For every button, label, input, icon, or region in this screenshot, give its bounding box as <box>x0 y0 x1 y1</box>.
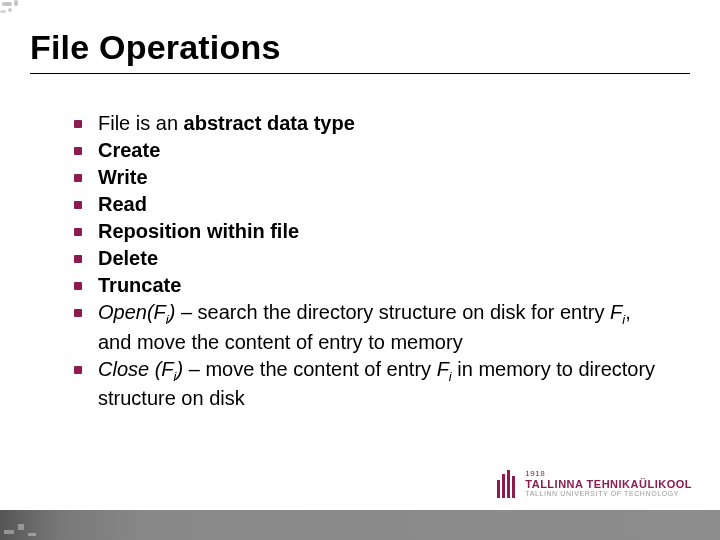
list-item: Close (Fi) – move the content of entry F… <box>70 356 660 413</box>
title-section: File Operations <box>30 28 690 74</box>
list-item: Open(Fi) – search the directory structur… <box>70 299 660 356</box>
logo-subtitle: TALLINN UNIVERSITY OF TECHNOLOGY <box>525 490 692 497</box>
content-area: File is an abstract data type Create Wri… <box>70 110 660 412</box>
list-item: File is an abstract data type <box>70 110 660 137</box>
logo-name: TALLINNA TEHNIKAÜLIKOOL <box>525 479 692 491</box>
list-item: Truncate <box>70 272 660 299</box>
corner-decoration <box>0 0 30 30</box>
university-logo: 1918 TALLINNA TEHNIKAÜLIKOOL TALLINN UNI… <box>497 470 692 498</box>
list-item: Reposition within file <box>70 218 660 245</box>
footer-decoration <box>0 510 60 540</box>
list-item: Delete <box>70 245 660 272</box>
logo-text: 1918 TALLINNA TEHNIKAÜLIKOOL TALLINN UNI… <box>525 470 692 497</box>
footer-band <box>0 510 720 540</box>
title-underline <box>30 73 690 74</box>
slide: File Operations File is an abstract data… <box>0 0 720 540</box>
slide-title: File Operations <box>30 28 690 67</box>
list-item: Create <box>70 137 660 164</box>
bullet-list: File is an abstract data type Create Wri… <box>70 110 660 412</box>
list-item: Read <box>70 191 660 218</box>
logo-mark-icon <box>497 470 515 498</box>
list-item: Write <box>70 164 660 191</box>
